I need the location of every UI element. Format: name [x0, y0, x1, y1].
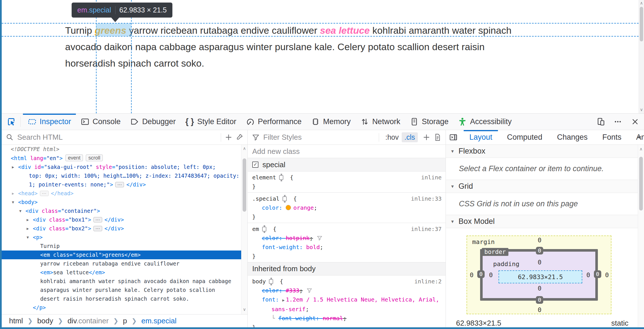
markup-scrollbar[interactable]: ∧ ∨	[241, 145, 247, 314]
rule-source-link[interactable]: inline:2	[414, 277, 442, 286]
inline-ellipsis-toggle[interactable]: ⋯	[115, 182, 124, 187]
class-panel-toggle[interactable]: .cls	[402, 132, 418, 142]
css-rule-line[interactable]: sans-serif;	[248, 305, 446, 314]
padding-left-value[interactable]: 0	[485, 271, 497, 279]
css-rule-line[interactable]: font: ▶1.2em / 1.5 Helvetica Neue, Helve…	[248, 295, 446, 305]
all-tabs-dropdown-icon[interactable]	[636, 133, 643, 141]
tree-row[interactable]: </p>	[2, 303, 241, 312]
badge-event[interactable]: event	[65, 154, 83, 161]
tree-row[interactable]: <em>sea lettuce</em>	[2, 268, 241, 277]
tree-row[interactable]: Turnip	[2, 242, 241, 251]
inline-ellipsis-toggle[interactable]: ⋯	[93, 217, 102, 222]
scroll-up-icon[interactable]: ∧	[639, 1, 644, 6]
close-devtools-icon[interactable]	[631, 117, 639, 126]
css-rule-line[interactable]: }	[248, 252, 446, 261]
breadcrumb-item-html[interactable]: html	[9, 317, 23, 325]
tree-row[interactable]: ▶<head>⋯</head>	[2, 189, 241, 198]
sidebar-collapse-icon[interactable]	[449, 133, 458, 142]
css-rule-line[interactable]: }	[248, 212, 446, 221]
tree-row[interactable]: yarrow ricebean rutabaga endive cauliflo…	[2, 259, 241, 268]
markup-scrollbar-thumb[interactable]	[243, 158, 246, 212]
expand-twisty-icon[interactable]: ▼	[19, 207, 25, 215]
scroll-up-icon[interactable]: ∧	[638, 147, 644, 152]
margin-left-value[interactable]: 0	[466, 271, 477, 279]
css-rule-line[interactable]: element {inline	[248, 173, 446, 182]
expand-twisty-icon[interactable]: ▼	[27, 233, 33, 242]
pseudo-class-toggle[interactable]: :hov	[382, 133, 401, 141]
flexbox-section-header[interactable]: ▼Flexbox	[446, 145, 644, 158]
tree-row[interactable]: <html lang="en">eventscroll	[2, 154, 241, 163]
eyedropper-icon[interactable]	[235, 133, 243, 141]
tab-accessibility[interactable]: Accessibility	[453, 114, 516, 130]
selector-highlighter-icon[interactable]	[279, 175, 283, 180]
grid-section-header[interactable]: ▼Grid	[446, 180, 644, 193]
margin-top-value[interactable]: 0	[534, 237, 545, 244]
search-input[interactable]: Search HTML	[17, 133, 63, 142]
margin-bottom-value[interactable]: 0	[534, 306, 545, 313]
tab-network[interactable]: Network	[356, 114, 405, 130]
responsive-design-icon[interactable]	[596, 117, 605, 126]
box-model-content[interactable]: 62.9833×21.5	[498, 270, 582, 283]
tab-performance[interactable]: Performance	[241, 114, 307, 130]
selector-highlighter-icon[interactable]	[269, 279, 273, 284]
class-checkbox[interactable]: ✓	[252, 162, 258, 168]
box-model-margin[interactable]: margin border padding 62.9833×21.5 0 0 0…	[467, 235, 611, 314]
css-declaration-overridden[interactable]: └ font-weight: normal;	[248, 314, 446, 323]
print-simulation-icon[interactable]	[433, 133, 442, 141]
page-scrollbar[interactable]: ∧ ∨	[639, 0, 644, 113]
tree-row[interactable]: ▼<div class="container">	[2, 207, 241, 215]
sidebar-tab-fonts[interactable]: Fonts	[595, 130, 629, 145]
add-rule-icon[interactable]	[422, 133, 431, 141]
filter-styles-input[interactable]: Filter Styles	[263, 133, 302, 142]
border-top-value[interactable]: 0	[536, 247, 543, 254]
breadcrumb-item-body[interactable]: body	[37, 317, 53, 325]
box-model-section-header[interactable]: ▼Box Model	[446, 215, 644, 228]
sidebar-tab-computed[interactable]: Computed	[500, 130, 550, 145]
tab-console[interactable]: Console	[76, 114, 125, 130]
tree-row[interactable]: kohlrabi amaranth water spinach avocado …	[2, 277, 241, 286]
rule-source-link[interactable]: inline:37	[411, 224, 442, 234]
scroll-down-icon[interactable]: ∨	[639, 107, 644, 112]
selector-highlighter-icon[interactable]	[283, 196, 287, 201]
tree-row[interactable]: ▶<div class="box1">⋯</div>	[2, 215, 241, 224]
css-rule-line[interactable]: }	[248, 182, 446, 191]
tree-row[interactable]: top: 0px; width: 100%; height…100%; z-in…	[2, 171, 241, 180]
tree-row[interactable]: ▶<div id="saka-gui-root" style="position…	[2, 163, 241, 171]
margin-right-value[interactable]: 0	[601, 271, 613, 279]
overridden-filter-icon[interactable]	[306, 287, 313, 294]
expand-twisty-icon[interactable]: ▶	[12, 189, 18, 198]
color-swatch[interactable]	[286, 205, 291, 210]
padding-top-value[interactable]: 0	[534, 259, 545, 266]
css-rule-line[interactable]: em {inline:37	[248, 224, 446, 234]
sidebar-tab-layout[interactable]: Layout	[462, 130, 500, 145]
tab-storage[interactable]: Storage	[405, 114, 453, 130]
css-rule-line[interactable]: .special {inline:33	[248, 194, 446, 203]
border-right-value[interactable]: 0	[594, 270, 601, 278]
tree-row[interactable]: desert raisin horseradish spinach carrot…	[2, 294, 241, 303]
page-scrollbar-thumb[interactable]	[640, 7, 643, 41]
scroll-down-icon[interactable]: ∨	[241, 307, 247, 312]
tab-debugger[interactable]: Debugger	[125, 114, 181, 130]
padding-bottom-value[interactable]: 0	[534, 285, 545, 292]
badge-scroll[interactable]: scroll	[86, 154, 103, 161]
add-node-icon[interactable]	[224, 133, 233, 141]
devtools-menu-icon[interactable]	[613, 117, 622, 126]
expand-twisty-icon[interactable]: ▼	[12, 198, 18, 207]
expand-twisty-icon[interactable]: ▶	[27, 215, 33, 224]
tab-memory[interactable]: Memory	[306, 114, 356, 130]
tree-row-selected[interactable]: <em class="special">greens</em>	[2, 251, 241, 259]
tree-row[interactable]: ▶<div class="box2">⋯</div>	[2, 224, 241, 233]
tab-inspector[interactable]: Inspector	[23, 114, 76, 130]
tree-row[interactable]: ▼<body>	[2, 198, 241, 207]
breadcrumb-item-div[interactable]: div.container	[67, 317, 109, 325]
tree-row[interactable]: ▼<p>	[2, 233, 241, 242]
css-rule-line[interactable]: body {inline:2	[248, 277, 446, 286]
tree-row[interactable]: asparagus winter purslane kale. Celery p…	[2, 286, 241, 294]
css-rule-line[interactable]: }	[248, 323, 446, 327]
node-picker-button[interactable]	[2, 114, 20, 130]
expand-twisty-icon[interactable]: ▶	[27, 224, 33, 233]
tree-row[interactable]: <!DOCTYPE html>	[2, 145, 241, 154]
inline-ellipsis-toggle[interactable]: ⋯	[93, 226, 102, 231]
breadcrumb-item-p[interactable]: p	[123, 317, 127, 325]
padding-right-value[interactable]: 0	[583, 271, 594, 279]
